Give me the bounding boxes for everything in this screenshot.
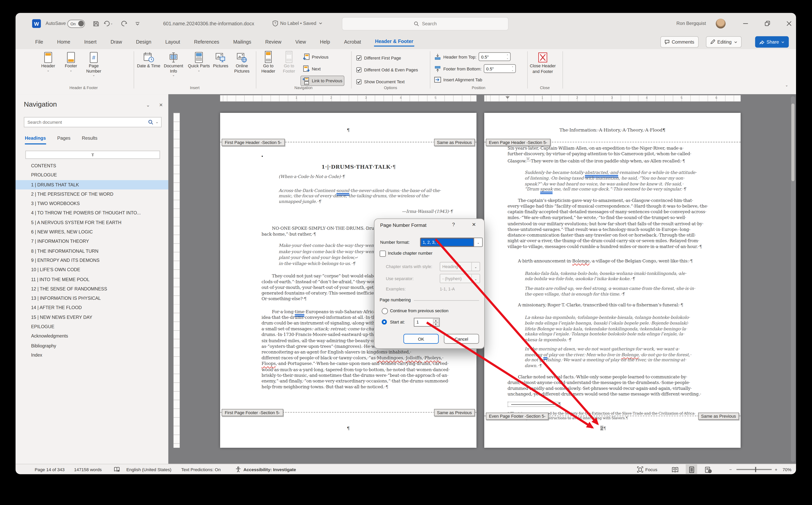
zoom-slider-thumb[interactable]: [755, 467, 756, 472]
heading-item[interactable]: 2 | THE PERSISTENCE OF THE WORD: [16, 189, 168, 199]
restore-button[interactable]: [760, 17, 774, 29]
start-at-radio[interactable]: [382, 319, 387, 325]
ribbon-tab[interactable]: Home: [56, 37, 71, 46]
heading-item[interactable]: 15 | NEW NEWS EVERY DAY: [16, 313, 168, 322]
ribbon-tab[interactable]: Help: [319, 37, 331, 46]
dialog-help-button[interactable]: ?: [452, 221, 455, 227]
previous-button[interactable]: Previous: [301, 52, 330, 62]
page-number-paragraph[interactable]: 2¶: [484, 426, 731, 431]
footer-from-bottom-input[interactable]: 0.5"⌃⌄: [484, 64, 516, 73]
header-from-top-input[interactable]: 0.5"⌃⌄: [479, 52, 511, 61]
heading-item[interactable]: 8 | THE INFORMATIONAL TURN: [16, 246, 168, 256]
user-name[interactable]: Ron Bergquist: [676, 13, 706, 34]
online-pictures-button[interactable]: Online Pictures: [231, 51, 253, 73]
heading-item[interactable]: 11 | INTO THE MEME POOL: [16, 275, 168, 284]
heading-item[interactable]: PROLOGUE: [16, 170, 168, 180]
heading-item[interactable]: 14 | AFTER THE FLOOD: [16, 303, 168, 313]
page-indicator[interactable]: Page 14 of 343: [35, 464, 64, 474]
ribbon-tab[interactable]: Acrobat: [343, 37, 362, 46]
accessibility-icon[interactable]: Accessibility: Investigate: [235, 464, 296, 474]
read-mode-button[interactable]: [669, 464, 681, 474]
zoom-in-button[interactable]: +: [775, 464, 777, 474]
date-time-button[interactable]: Date & Time: [137, 51, 161, 69]
heading-item[interactable]: 1 | DRUMS THAT TALK: [16, 180, 168, 189]
start-at-input[interactable]: 1 ▲▼: [414, 318, 440, 327]
option-checkbox[interactable]: Different First Page: [356, 52, 418, 63]
focus-button[interactable]: Focus: [637, 464, 657, 474]
ok-button[interactable]: OK: [403, 334, 439, 344]
pictures-button[interactable]: Pictures: [210, 51, 231, 69]
navigation-pane-tab[interactable]: Headings: [25, 136, 46, 144]
number-format-dropdown[interactable]: 1, 2, 3, ... ⌄: [420, 237, 483, 247]
close-header-footer-button[interactable]: Close Headerand Footer: [529, 51, 556, 74]
heading-item[interactable]: 7 | INFORMATION THEORY: [16, 237, 168, 246]
continue-radio[interactable]: [382, 308, 388, 314]
pane-close-icon[interactable]: ✕: [159, 103, 163, 108]
undo-button[interactable]: ⌄: [104, 19, 113, 28]
ribbon-tab[interactable]: References: [193, 37, 220, 46]
heading-item[interactable]: CONTENTS: [16, 161, 168, 171]
ribbon-tab[interactable]: Draw: [110, 37, 123, 46]
navigation-pane-tab[interactable]: Pages: [57, 136, 71, 144]
ribbon-tab[interactable]: Review: [264, 37, 283, 46]
ribbon-tab[interactable]: Mailings: [232, 37, 252, 46]
heading-item[interactable]: 5 | A NERVOUS SYSTEM FOR THE EARTH: [16, 218, 168, 227]
heading-item[interactable]: 9 | ENTROPY AND ITS DEMONS: [16, 256, 168, 265]
vertical-scrollbar[interactable]: [791, 96, 795, 462]
comments-button[interactable]: Comments: [660, 36, 698, 48]
print-layout-button[interactable]: [686, 464, 697, 474]
quick-parts-button[interactable]: Quick Parts⌄: [187, 51, 210, 72]
document-status[interactable]: ? No Label • Saved: [272, 13, 322, 34]
ribbon-tab[interactable]: Insert: [83, 37, 98, 46]
indent-marker[interactable]: [506, 96, 510, 99]
heading-item[interactable]: 13 | INFORMATION IS PHYSICAL: [16, 294, 168, 303]
header-button[interactable]: Header⌄: [36, 51, 60, 72]
editing-mode-button[interactable]: Editing: [706, 36, 741, 48]
pane-options-chevron-icon[interactable]: ⌄: [146, 103, 150, 108]
close-window-button[interactable]: [782, 17, 795, 29]
go-to-header-button[interactable]: Go to Header: [258, 51, 278, 73]
heading-item[interactable]: Index: [16, 350, 168, 360]
minimize-button[interactable]: [738, 17, 752, 29]
zoom-level[interactable]: 70%: [783, 464, 791, 474]
share-button[interactable]: Share: [755, 36, 789, 48]
ribbon-tab[interactable]: File: [34, 37, 44, 46]
document-filename[interactable]: 601.name.20240306.the-information.docx: [163, 13, 254, 34]
customize-qat-chevron-icon[interactable]: [133, 19, 142, 28]
collapse-ribbon-chevron-icon[interactable]: ⌄: [785, 83, 788, 88]
heading-item[interactable]: 10 | LIFE'S OWN CODE: [16, 265, 168, 275]
scrollbar-thumb[interactable]: [791, 104, 795, 181]
heading-item[interactable]: Acknowledgments: [16, 331, 168, 341]
jump-to-top-button[interactable]: [25, 151, 160, 159]
heading-item[interactable]: 12 | THE SENSE OF RANDOMNESS: [16, 284, 168, 294]
proofing-icon[interactable]: [114, 464, 120, 474]
avatar[interactable]: [716, 19, 726, 29]
navigation-pane-tab[interactable]: Results: [82, 136, 98, 144]
link-to-previous-button[interactable]: Link to Previous: [300, 76, 344, 86]
heading-item[interactable]: Bibliography: [16, 341, 168, 351]
footer-button[interactable]: Footer⌄: [59, 51, 83, 72]
ribbon-tab[interactable]: Design: [135, 37, 152, 46]
redo-button[interactable]: [119, 19, 128, 28]
document-info-button[interactable]: Document Info⌄: [161, 51, 186, 76]
cancel-button[interactable]: Cancel: [444, 334, 479, 344]
heading-item[interactable]: 4 | TO THROW THE POWERS OF THOUGHT INTO.…: [16, 208, 168, 218]
heading-item[interactable]: 3 | TWO WORDBOOKS: [16, 199, 168, 208]
dialog-close-button[interactable]: ✕: [472, 221, 476, 227]
navigation-search-input[interactable]: Search document ⌄: [24, 117, 161, 127]
next-button[interactable]: Next: [301, 64, 322, 73]
zoom-slider[interactable]: [736, 464, 772, 474]
ribbon-tab[interactable]: View: [294, 37, 307, 46]
zoom-out-button[interactable]: −: [729, 464, 732, 474]
insert-alignment-tab-button[interactable]: Insert Alignment Tab: [434, 76, 482, 83]
autosave-toggle[interactable]: On: [67, 20, 85, 28]
heading-item[interactable]: EPILOGUE: [16, 322, 168, 331]
ribbon-tab[interactable]: Layout: [164, 37, 181, 46]
page-number-button[interactable]: # Page Number⌄: [82, 51, 106, 76]
page-right[interactable]: The·Information:·A·History,·A·Theory,·A·…: [484, 113, 740, 448]
ribbon-tab[interactable]: Header & Footer: [374, 36, 414, 46]
web-layout-button[interactable]: [702, 464, 714, 474]
save-icon[interactable]: [91, 19, 101, 28]
language-indicator[interactable]: English (United States): [126, 464, 171, 474]
word-count[interactable]: 147158 words: [74, 464, 102, 474]
